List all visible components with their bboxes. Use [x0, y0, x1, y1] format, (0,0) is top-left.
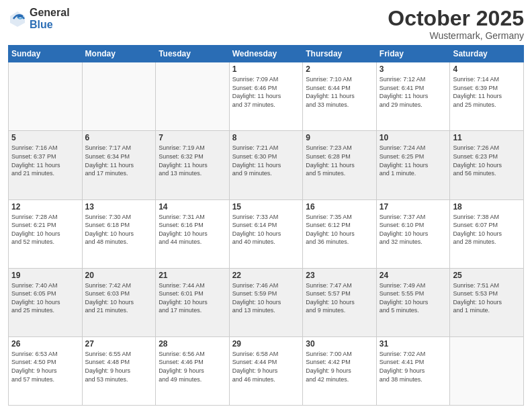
- col-friday: Friday: [376, 46, 450, 62]
- calendar-cell: 25Sunrise: 7:51 AM Sunset: 5:53 PM Dayli…: [450, 268, 524, 336]
- day-number: 6: [85, 133, 153, 142]
- day-number: 18: [453, 202, 521, 212]
- calendar-cell: 2Sunrise: 7:10 AM Sunset: 6:44 PM Daylig…: [303, 62, 377, 131]
- calendar-cell: 17Sunrise: 7:37 AM Sunset: 6:10 PM Dayli…: [376, 199, 450, 268]
- calendar-cell: [450, 336, 524, 405]
- calendar-cell: 16Sunrise: 7:35 AM Sunset: 6:12 PM Dayli…: [303, 199, 377, 268]
- calendar-cell: 29Sunrise: 6:58 AM Sunset: 4:44 PM Dayli…: [229, 336, 303, 405]
- col-tuesday: Tuesday: [156, 46, 230, 62]
- col-saturday: Saturday: [450, 46, 524, 62]
- calendar-cell: 13Sunrise: 7:30 AM Sunset: 6:18 PM Dayli…: [82, 199, 156, 268]
- calendar-cell: 5Sunrise: 7:16 AM Sunset: 6:37 PM Daylig…: [9, 131, 83, 199]
- calendar-cell: 7Sunrise: 7:19 AM Sunset: 6:32 PM Daylig…: [156, 131, 230, 199]
- day-number: 3: [380, 64, 447, 74]
- day-number: 26: [11, 339, 79, 349]
- day-info: Sunrise: 7:38 AM Sunset: 6:07 PM Dayligh…: [453, 213, 521, 246]
- calendar-header-row: Sunday Monday Tuesday Wednesday Thursday…: [9, 46, 524, 62]
- calendar-cell: [9, 62, 83, 131]
- day-info: Sunrise: 7:31 AM Sunset: 6:16 PM Dayligh…: [159, 213, 226, 246]
- location: Wustermark, Germany: [388, 30, 524, 41]
- logo-icon: [8, 9, 27, 28]
- calendar-week-row: 12Sunrise: 7:28 AM Sunset: 6:21 PM Dayli…: [9, 199, 524, 268]
- day-info: Sunrise: 7:12 AM Sunset: 6:41 PM Dayligh…: [380, 75, 447, 109]
- day-number: 29: [232, 339, 300, 349]
- day-number: 15: [232, 202, 300, 212]
- day-number: 7: [159, 133, 226, 142]
- day-info: Sunrise: 7:23 AM Sunset: 6:28 PM Dayligh…: [306, 144, 373, 177]
- calendar-week-row: 1Sunrise: 7:09 AM Sunset: 6:46 PM Daylig…: [9, 62, 524, 131]
- day-number: 28: [159, 339, 226, 349]
- calendar-cell: 10Sunrise: 7:24 AM Sunset: 6:25 PM Dayli…: [376, 131, 450, 199]
- day-info: Sunrise: 7:14 AM Sunset: 6:39 PM Dayligh…: [453, 75, 521, 109]
- day-info: Sunrise: 7:16 AM Sunset: 6:37 PM Dayligh…: [11, 144, 79, 177]
- day-number: 23: [306, 271, 373, 280]
- calendar-cell: 14Sunrise: 7:31 AM Sunset: 6:16 PM Dayli…: [156, 199, 230, 268]
- day-number: 21: [159, 271, 226, 280]
- calendar-cell: 19Sunrise: 7:40 AM Sunset: 6:05 PM Dayli…: [9, 268, 83, 336]
- day-info: Sunrise: 7:33 AM Sunset: 6:14 PM Dayligh…: [232, 213, 300, 246]
- day-info: Sunrise: 7:40 AM Sunset: 6:05 PM Dayligh…: [11, 281, 79, 315]
- day-info: Sunrise: 7:47 AM Sunset: 5:57 PM Dayligh…: [306, 281, 373, 315]
- calendar-cell: 30Sunrise: 7:00 AM Sunset: 4:42 PM Dayli…: [303, 336, 377, 405]
- svg-marker-0: [10, 11, 25, 27]
- calendar-cell: 27Sunrise: 6:55 AM Sunset: 4:48 PM Dayli…: [82, 336, 156, 405]
- calendar-table: Sunday Monday Tuesday Wednesday Thursday…: [8, 45, 524, 406]
- calendar-cell: 18Sunrise: 7:38 AM Sunset: 6:07 PM Dayli…: [450, 199, 524, 268]
- day-info: Sunrise: 7:42 AM Sunset: 6:03 PM Dayligh…: [85, 281, 153, 315]
- day-number: 11: [453, 133, 521, 142]
- day-info: Sunrise: 7:19 AM Sunset: 6:32 PM Dayligh…: [159, 144, 226, 177]
- day-number: 30: [306, 339, 373, 349]
- day-number: 10: [380, 133, 447, 142]
- calendar-cell: 22Sunrise: 7:46 AM Sunset: 5:59 PM Dayli…: [229, 268, 303, 336]
- day-number: 27: [85, 339, 153, 349]
- day-info: Sunrise: 7:21 AM Sunset: 6:30 PM Dayligh…: [232, 144, 300, 177]
- day-number: 22: [232, 271, 300, 280]
- day-info: Sunrise: 7:37 AM Sunset: 6:10 PM Dayligh…: [380, 213, 447, 246]
- col-sunday: Sunday: [9, 46, 83, 62]
- calendar-week-row: 26Sunrise: 6:53 AM Sunset: 4:50 PM Dayli…: [9, 336, 524, 405]
- day-info: Sunrise: 7:10 AM Sunset: 6:44 PM Dayligh…: [306, 75, 373, 109]
- day-number: 19: [11, 271, 79, 280]
- calendar-cell: [82, 62, 156, 131]
- day-number: 16: [306, 202, 373, 212]
- day-info: Sunrise: 6:55 AM Sunset: 4:48 PM Dayligh…: [85, 350, 153, 383]
- day-number: 31: [380, 339, 447, 349]
- calendar-cell: 26Sunrise: 6:53 AM Sunset: 4:50 PM Dayli…: [9, 336, 83, 405]
- day-info: Sunrise: 7:26 AM Sunset: 6:23 PM Dayligh…: [453, 144, 521, 177]
- day-info: Sunrise: 7:46 AM Sunset: 5:59 PM Dayligh…: [232, 281, 300, 315]
- col-monday: Monday: [82, 46, 156, 62]
- calendar-cell: 9Sunrise: 7:23 AM Sunset: 6:28 PM Daylig…: [303, 131, 377, 199]
- day-info: Sunrise: 6:58 AM Sunset: 4:44 PM Dayligh…: [232, 350, 300, 383]
- day-number: 13: [85, 202, 153, 212]
- day-number: 24: [380, 271, 447, 280]
- day-info: Sunrise: 7:44 AM Sunset: 6:01 PM Dayligh…: [159, 281, 226, 315]
- calendar-cell: 4Sunrise: 7:14 AM Sunset: 6:39 PM Daylig…: [450, 62, 524, 131]
- calendar-cell: 21Sunrise: 7:44 AM Sunset: 6:01 PM Dayli…: [156, 268, 230, 336]
- day-number: 12: [11, 202, 79, 212]
- calendar-cell: 8Sunrise: 7:21 AM Sunset: 6:30 PM Daylig…: [229, 131, 303, 199]
- month-title: October 2025: [388, 7, 524, 30]
- day-number: 9: [306, 133, 373, 142]
- calendar-cell: 23Sunrise: 7:47 AM Sunset: 5:57 PM Dayli…: [303, 268, 377, 336]
- day-info: Sunrise: 7:35 AM Sunset: 6:12 PM Dayligh…: [306, 213, 373, 246]
- logo-general-text: General: [30, 7, 70, 19]
- main-container: General Blue October 2025 Wustermark, Ge…: [0, 0, 532, 411]
- day-number: 14: [159, 202, 226, 212]
- day-number: 4: [453, 64, 521, 74]
- day-number: 20: [85, 271, 153, 280]
- day-number: 2: [306, 64, 373, 74]
- calendar-cell: 6Sunrise: 7:17 AM Sunset: 6:34 PM Daylig…: [82, 131, 156, 199]
- day-info: Sunrise: 7:49 AM Sunset: 5:55 PM Dayligh…: [380, 281, 447, 315]
- calendar-week-row: 19Sunrise: 7:40 AM Sunset: 6:05 PM Dayli…: [9, 268, 524, 336]
- col-wednesday: Wednesday: [229, 46, 303, 62]
- day-info: Sunrise: 7:51 AM Sunset: 5:53 PM Dayligh…: [453, 281, 521, 315]
- calendar-cell: 12Sunrise: 7:28 AM Sunset: 6:21 PM Dayli…: [9, 199, 83, 268]
- day-info: Sunrise: 7:30 AM Sunset: 6:18 PM Dayligh…: [85, 213, 153, 246]
- calendar-cell: 3Sunrise: 7:12 AM Sunset: 6:41 PM Daylig…: [376, 62, 450, 131]
- day-number: 8: [232, 133, 300, 142]
- day-number: 5: [11, 133, 79, 142]
- header: General Blue October 2025 Wustermark, Ge…: [8, 7, 524, 41]
- day-info: Sunrise: 6:53 AM Sunset: 4:50 PM Dayligh…: [11, 350, 79, 383]
- day-info: Sunrise: 7:00 AM Sunset: 4:42 PM Dayligh…: [306, 350, 373, 383]
- day-number: 17: [380, 202, 447, 212]
